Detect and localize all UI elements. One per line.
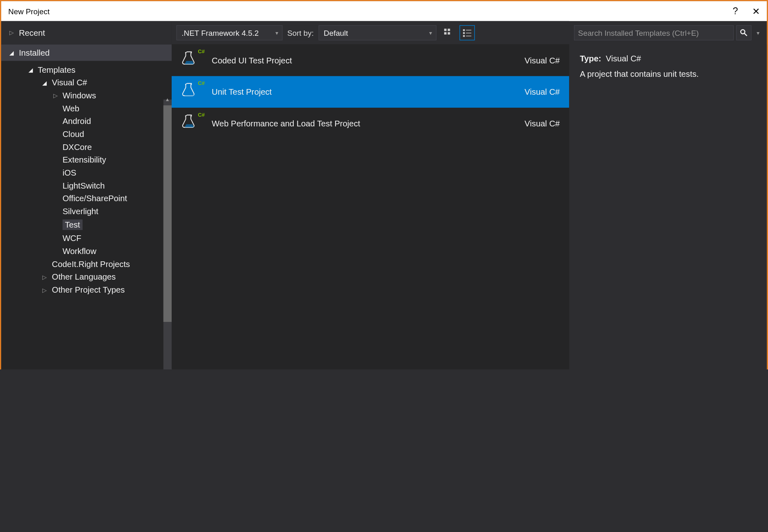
chevron-right-icon: ▷ bbox=[42, 287, 48, 293]
tree-visual-csharp-label: Visual C# bbox=[52, 78, 87, 87]
tree-category-label: Workflow bbox=[63, 246, 96, 256]
framework-dropdown-label: .NET Framework 4.5.2 bbox=[182, 28, 259, 37]
tree-category-label: Silverlight bbox=[63, 206, 98, 216]
tree-category-android[interactable]: Android bbox=[1, 115, 172, 128]
search-dropdown-icon[interactable]: ▾ bbox=[754, 25, 762, 40]
template-name: Web Performance and Load Test Project bbox=[212, 119, 515, 128]
tree-category-wcf[interactable]: WCF bbox=[1, 232, 172, 245]
detail-type-label: Type: bbox=[580, 54, 601, 63]
tree-templates[interactable]: ◢ Templates bbox=[1, 63, 172, 76]
tree-category-label: Test bbox=[63, 219, 83, 230]
svg-rect-9 bbox=[466, 36, 471, 36]
tree-templates-label: Templates bbox=[38, 65, 76, 74]
search-placeholder: Search Installed Templates (Ctrl+E) bbox=[578, 28, 699, 37]
titlebar: New Project ? ✕ bbox=[1, 1, 767, 21]
template-row[interactable]: C# Web Performance and Load Test Project… bbox=[172, 108, 569, 139]
svg-rect-2 bbox=[444, 32, 447, 35]
svg-rect-7 bbox=[466, 33, 471, 33]
sidebar-installed-label: Installed bbox=[19, 48, 50, 57]
svg-rect-4 bbox=[463, 29, 465, 31]
svg-rect-3 bbox=[447, 32, 450, 35]
sidebar-scrollbar[interactable]: ▴ ▾ bbox=[164, 100, 172, 369]
csharp-badge-icon: C# bbox=[198, 80, 205, 86]
list-view-button[interactable] bbox=[460, 26, 474, 40]
tree-other-languages[interactable]: ▷ Other Languages bbox=[1, 270, 172, 283]
tree-category-workflow[interactable]: Workflow bbox=[1, 245, 172, 258]
csharp-badge-icon: C# bbox=[198, 49, 205, 54]
tree-category-dxcore[interactable]: DXCore bbox=[1, 141, 172, 154]
help-button[interactable]: ? bbox=[733, 6, 738, 16]
tree-category-silverlight[interactable]: Silverlight bbox=[1, 205, 172, 218]
svg-rect-6 bbox=[463, 32, 465, 34]
tree-category-label: iOS bbox=[63, 168, 76, 177]
close-button[interactable]: ✕ bbox=[752, 6, 760, 17]
flask-icon: C# bbox=[181, 50, 202, 71]
scroll-up-icon[interactable]: ▴ bbox=[164, 96, 172, 104]
csharp-badge-icon: C# bbox=[198, 112, 205, 117]
svg-rect-5 bbox=[466, 30, 471, 30]
tree-category-extensibility[interactable]: Extensibility bbox=[1, 153, 172, 166]
template-name: Unit Test Project bbox=[212, 87, 515, 97]
tree-category-label: WCF bbox=[63, 234, 81, 243]
tree-category-label: Android bbox=[63, 117, 91, 126]
svg-line-11 bbox=[744, 33, 747, 36]
sidebar: ◢ Installed ◢ Templates ◢ Visual C# ▷Win… bbox=[1, 44, 172, 369]
tree-category-lightswitch[interactable]: LightSwitch bbox=[1, 179, 172, 192]
chevron-down-icon: ◢ bbox=[9, 50, 15, 56]
search-area: Search Installed Templates (Ctrl+E) ▾ bbox=[569, 21, 767, 45]
framework-dropdown[interactable]: .NET Framework 4.5.2 bbox=[177, 25, 283, 40]
tree-visual-csharp[interactable]: ◢ Visual C# bbox=[1, 76, 172, 89]
tree-category-office-sharepoint[interactable]: Office/SharePoint bbox=[1, 192, 172, 205]
search-icon-button[interactable] bbox=[736, 25, 752, 40]
tree-category-label: LightSwitch bbox=[63, 181, 105, 190]
sidebar-installed[interactable]: ◢ Installed bbox=[1, 44, 172, 61]
tree-other-types-label: Other Project Types bbox=[52, 285, 125, 294]
tree-category-label: Web bbox=[63, 104, 79, 113]
svg-rect-8 bbox=[463, 35, 465, 37]
tree-codeit[interactable]: CodeIt.Right Projects bbox=[1, 258, 172, 271]
search-input[interactable]: Search Installed Templates (Ctrl+E) bbox=[574, 25, 734, 40]
svg-point-10 bbox=[741, 30, 745, 34]
flask-icon: C# bbox=[181, 113, 202, 134]
tree-category-label: Windows bbox=[63, 91, 96, 100]
tree-other-project-types[interactable]: ▷ Other Project Types bbox=[1, 283, 172, 296]
tree-category-label: Office/SharePoint bbox=[63, 194, 127, 203]
sidebar-scrollbar-thumb[interactable] bbox=[164, 105, 172, 322]
toolbar: .NET Framework 4.5.2 Sort by: Default bbox=[172, 21, 569, 45]
tree-category-test[interactable]: Test bbox=[1, 218, 172, 232]
window-controls: ? ✕ bbox=[733, 6, 760, 17]
sidebar-recent-label: Recent bbox=[19, 28, 45, 37]
sidebar-tree: ◢ Templates ◢ Visual C# ▷WindowsWebAndro… bbox=[1, 61, 172, 369]
template-language: Visual C# bbox=[525, 56, 560, 65]
tree-codeit-label: CodeIt.Right Projects bbox=[52, 259, 130, 269]
template-row[interactable]: C# Coded UI Test Project Visual C# bbox=[172, 44, 569, 76]
template-language: Visual C# bbox=[525, 87, 560, 97]
sort-by-label: Sort by: bbox=[287, 28, 314, 37]
new-project-dialog: New Project ? ✕ ▷ Recent .NET Framework … bbox=[0, 0, 768, 369]
template-list: C# Coded UI Test Project Visual C# C# Un… bbox=[172, 44, 569, 369]
template-name: Coded UI Test Project bbox=[212, 56, 515, 65]
tree-other-langs-label: Other Languages bbox=[52, 272, 116, 282]
tree-category-web[interactable]: Web bbox=[1, 102, 172, 115]
detail-type-value: Visual C# bbox=[606, 54, 641, 63]
template-row[interactable]: C# Unit Test Project Visual C# bbox=[172, 76, 569, 108]
sort-dropdown-label: Default bbox=[324, 28, 348, 37]
template-language: Visual C# bbox=[525, 119, 560, 128]
sidebar-recent[interactable]: ▷ Recent bbox=[9, 26, 53, 39]
tree-category-label: Cloud bbox=[63, 129, 84, 139]
chevron-right-icon: ▷ bbox=[53, 92, 59, 99]
sidebar-top-spacer: ▷ Recent bbox=[1, 21, 172, 45]
flask-icon: C# bbox=[181, 81, 202, 102]
tree-category-label: Extensibility bbox=[63, 155, 106, 165]
window-title: New Project bbox=[8, 7, 50, 16]
tree-category-cloud[interactable]: Cloud bbox=[1, 128, 172, 141]
tree-category-windows[interactable]: ▷Windows bbox=[1, 89, 172, 102]
tree-category-ios[interactable]: iOS bbox=[1, 166, 172, 179]
topbar: ▷ Recent .NET Framework 4.5.2 Sort by: D… bbox=[1, 21, 767, 45]
svg-rect-0 bbox=[444, 29, 447, 31]
chevron-right-icon: ▷ bbox=[9, 29, 15, 36]
sort-dropdown[interactable]: Default bbox=[319, 25, 436, 40]
small-icons-view-button[interactable] bbox=[441, 26, 455, 40]
dialog-body: ◢ Installed ◢ Templates ◢ Visual C# ▷Win… bbox=[1, 44, 767, 369]
center-panel: C# Coded UI Test Project Visual C# C# Un… bbox=[172, 44, 569, 369]
